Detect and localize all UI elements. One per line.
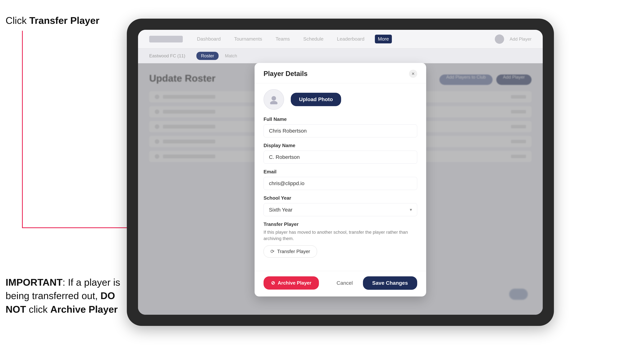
tab-roster[interactable]: Roster (196, 52, 218, 60)
app-bar-user-label: Add Player (510, 36, 532, 42)
school-year-select[interactable]: First Year Second Year Third Year Fourth… (264, 203, 417, 216)
save-changes-button[interactable]: Save Changes (363, 276, 417, 290)
player-details-modal: Player Details × (254, 63, 426, 296)
archive-player-button[interactable]: ⊘ Archive Player (264, 276, 319, 290)
display-name-field: Display Name (264, 143, 417, 164)
app-bar: Dashboard Tournaments Teams Schedule Lea… (138, 30, 543, 48)
nav-item-dashboard[interactable]: Dashboard (194, 35, 224, 43)
display-name-input[interactable] (264, 151, 417, 164)
sub-bar-tabs: Roster Match (196, 52, 242, 60)
modal-header: Player Details × (254, 63, 426, 83)
transfer-player-button[interactable]: ⟳ Transfer Player (264, 245, 317, 258)
modal-close-button[interactable]: × (409, 70, 417, 78)
full-name-field: Full Name (264, 116, 417, 138)
email-label: Email (264, 169, 417, 175)
modal-footer: ⊘ Archive Player Cancel Save Changes (254, 271, 426, 297)
breadcrumb: Eastwood FC (11) (149, 53, 185, 58)
nav-item-tournaments[interactable]: Tournaments (231, 35, 265, 43)
transfer-description: If this player has moved to another scho… (264, 229, 417, 242)
upload-photo-button[interactable]: Upload Photo (291, 93, 341, 106)
user-icon (269, 95, 279, 104)
archive-icon: ⊘ (271, 280, 275, 286)
email-field: Email (264, 169, 417, 190)
archive-bold: Archive Player (50, 304, 118, 315)
nav-item-schedule[interactable]: Schedule (300, 35, 326, 43)
modal-title: Player Details (264, 70, 308, 78)
school-year-field: School Year First Year Second Year Third… (264, 195, 417, 216)
full-name-label: Full Name (264, 116, 417, 122)
school-year-select-wrapper: First Year Second Year Third Year Fourth… (264, 203, 417, 216)
transfer-section-label: Transfer Player (264, 221, 417, 227)
sub-bar: Eastwood FC (11) Roster Match (138, 48, 543, 63)
tab-match[interactable]: Match (220, 52, 242, 60)
refresh-icon: ⟳ (270, 249, 274, 254)
instruction-prefix: Click (6, 15, 29, 26)
content-area: Update Roster (138, 63, 543, 315)
display-name-label: Display Name (264, 143, 417, 149)
email-input[interactable] (264, 177, 417, 190)
important-label: IMPORTANT (6, 277, 62, 288)
full-name-input[interactable] (264, 124, 417, 138)
instruction-bottom: IMPORTANT: If a player is being transfer… (6, 276, 132, 316)
modal-body: Upload Photo Full Name Display Name (254, 83, 426, 271)
arrow-vertical (22, 31, 23, 228)
nav-items: Dashboard Tournaments Teams Schedule Lea… (194, 35, 484, 43)
nav-item-more[interactable]: More (375, 35, 392, 43)
photo-row: Upload Photo (264, 89, 417, 110)
svg-point-0 (272, 96, 276, 101)
svg-point-1 (270, 101, 278, 104)
cancel-button[interactable]: Cancel (331, 277, 358, 289)
app-logo (149, 36, 183, 42)
close-icon: × (412, 71, 414, 77)
photo-placeholder (264, 89, 284, 110)
school-year-label: School Year (264, 195, 417, 201)
nav-item-teams[interactable]: Teams (273, 35, 293, 43)
instruction-bold: Transfer Player (29, 15, 100, 26)
tablet-device: Dashboard Tournaments Teams Schedule Lea… (127, 19, 554, 326)
important-text-2: click (26, 304, 50, 315)
transfer-player-section: Transfer Player If this player has moved… (264, 221, 417, 257)
tablet-screen: Dashboard Tournaments Teams Schedule Lea… (138, 30, 543, 315)
transfer-player-label: Transfer Player (277, 249, 310, 254)
app-bar-right: Add Player (495, 34, 532, 44)
avatar (495, 34, 504, 44)
instruction-top: Click Transfer Player (6, 15, 100, 26)
nav-item-leaderboard[interactable]: Leaderboard (334, 35, 368, 43)
modal-overlay: Player Details × (138, 63, 543, 315)
archive-player-label: Archive Player (278, 280, 312, 286)
